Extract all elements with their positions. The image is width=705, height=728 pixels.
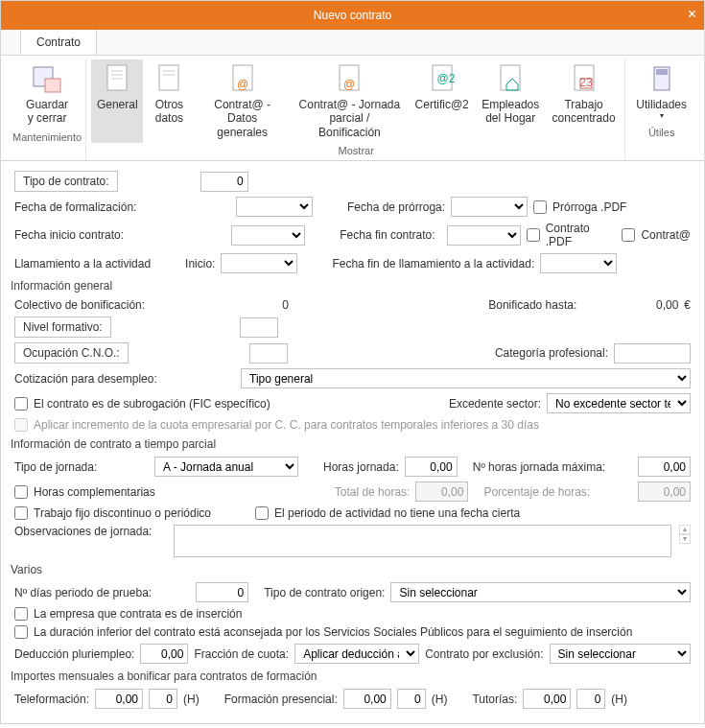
euro-label: € <box>684 298 691 312</box>
spin-up-icon[interactable]: ▴ <box>679 525 691 534</box>
home-icon <box>495 63 526 94</box>
fecha-inicio-input[interactable] <box>231 225 306 246</box>
otros-datos-button[interactable]: Otros datos <box>145 59 193 143</box>
fecha-fin-input[interactable] <box>447 225 522 246</box>
porcentaje-input <box>638 481 691 502</box>
ribbon: Guardar y cerrar Mantenimiento General O… <box>1 56 704 161</box>
colectivo-label: Colectivo de bonificación: <box>14 298 158 312</box>
document-icon <box>153 63 184 94</box>
spin-down-icon[interactable]: ▾ <box>679 534 691 544</box>
observaciones-label: Observaciones de jornada: <box>14 525 168 538</box>
colectivo-value: 0 <box>193 298 289 312</box>
certifica2-button[interactable]: @2Certific@2 <box>410 59 475 143</box>
ocupacion-input[interactable] <box>249 343 288 364</box>
group-label: Mostrar <box>339 143 374 158</box>
categoria-label: Categoría profesional: <box>495 346 608 360</box>
tutorias-importe[interactable] <box>523 689 571 709</box>
teleformacion-importe[interactable] <box>95 689 143 709</box>
svg-rect-15 <box>501 65 520 90</box>
excedente-select[interactable]: No excedente sector tex <box>547 393 691 413</box>
calendar-icon: 23 <box>569 63 599 94</box>
section-varios: Varios <box>11 563 691 576</box>
observaciones-input[interactable] <box>174 525 671 557</box>
cotizacion-label: Cotización para desempleo: <box>14 372 235 386</box>
horas-jornada-input[interactable] <box>405 457 458 477</box>
tutorias-horas[interactable] <box>576 689 605 709</box>
svg-text:@: @ <box>237 78 248 91</box>
tipo-origen-label: Tipo de contrato origen: <box>264 586 385 599</box>
calculator-icon <box>646 63 677 94</box>
ocupacion-label[interactable]: Ocupación C.N.O.: <box>14 342 129 364</box>
fijo-discontinuo-checkbox[interactable]: Trabajo fijo discontinuo o periódico <box>14 506 211 520</box>
empleados-hogar-button[interactable]: Empleados del Hogar <box>476 59 544 143</box>
document-icon <box>102 63 132 94</box>
contrata-jornada-button[interactable]: @Contrat@ - Jornada parcial / Bonificaci… <box>292 59 408 143</box>
inicio-label: Inicio: <box>185 257 215 270</box>
llamamiento-label: Llamamiento a la actividad <box>14 257 151 270</box>
fraccion-select[interactable]: Aplicar deducción a <box>294 644 419 664</box>
contrata-datos-button[interactable]: @Contrat@ - Datos generales <box>195 59 290 143</box>
certificate-icon: @2 <box>427 63 458 94</box>
group-label: Útiles <box>648 125 675 140</box>
dias-prueba-input[interactable] <box>196 582 248 602</box>
fecha-formalizacion-input[interactable] <box>236 197 313 217</box>
teleformacion-label: Teleformación: <box>14 693 89 706</box>
general-button[interactable]: General <box>91 59 143 143</box>
svg-rect-20 <box>656 69 668 75</box>
horas-maxima-input[interactable] <box>638 457 691 477</box>
contrato-pdf-checkbox[interactable]: Contrato .PDF <box>527 222 616 248</box>
teleformacion-horas[interactable] <box>149 689 177 709</box>
document-at-icon: @ <box>334 63 364 94</box>
exclusion-select[interactable]: Sin seleccionar <box>550 644 691 664</box>
utilidades-button[interactable]: Utilidades▾ <box>630 59 693 125</box>
save-close-button[interactable]: Guardar y cerrar <box>20 59 74 129</box>
presencial-horas[interactable] <box>397 689 426 709</box>
titlebar: Nuevo contrato × <box>1 1 704 30</box>
close-icon[interactable]: × <box>688 6 696 23</box>
presencial-label: Formación presencial: <box>224 693 338 706</box>
svg-rect-6 <box>159 65 178 90</box>
subrogacion-checkbox[interactable]: El contrato es de subrogación (FIC espec… <box>14 397 270 411</box>
tipo-jornada-label: Tipo de jornada: <box>14 460 149 474</box>
periodo-actividad-checkbox[interactable]: El periodo de actividad no tiene una fec… <box>255 506 520 520</box>
fecha-inicio-label: Fecha inicio contrato: <box>14 228 153 242</box>
contrata-checkbox[interactable]: Contrat@ <box>622 228 691 242</box>
save-icon <box>32 63 62 94</box>
fecha-prorroga-label: Fecha de prórroga: <box>347 200 445 214</box>
presencial-importe[interactable] <box>343 689 391 709</box>
svg-rect-2 <box>107 65 127 90</box>
total-horas-input <box>415 481 468 502</box>
tipo-contrato-input[interactable] <box>200 172 248 192</box>
fecha-prorroga-input[interactable] <box>451 197 528 217</box>
window-title: Nuevo contrato <box>314 9 391 22</box>
fecha-fin-llamamiento-input[interactable] <box>540 253 617 273</box>
group-label: Mantenimiento <box>12 129 82 145</box>
nivel-formativo-label[interactable]: Nivel formativo: <box>14 317 111 338</box>
excedente-label: Excedente sector: <box>449 397 541 411</box>
tab-contrato[interactable]: Contrato <box>20 29 97 55</box>
duracion-inferior-checkbox[interactable]: La duración inferior del contrato está a… <box>14 625 632 639</box>
incremento-checkbox: Aplicar incremento de la cuota empresari… <box>14 418 539 432</box>
tutorias-label: Tutorías: <box>472 693 517 706</box>
deduccion-input[interactable] <box>140 644 188 664</box>
insercion-checkbox[interactable]: La empresa que contrata es de inserción <box>14 607 242 621</box>
nivel-formativo-input[interactable] <box>240 317 278 338</box>
inicio-input[interactable] <box>221 253 297 273</box>
trabajo-concentrado-button[interactable]: 23Trabajo concentrado <box>547 59 621 143</box>
total-horas-label: Total de horas: <box>335 485 411 499</box>
svg-text:@2: @2 <box>436 72 455 85</box>
svg-text:@: @ <box>343 78 355 91</box>
tipo-jornada-select[interactable]: A - Jornada anual <box>154 457 298 477</box>
prorroga-pdf-checkbox[interactable]: Prórroga .PDF <box>533 200 626 214</box>
fecha-formalizacion-label: Fecha de formalización: <box>14 200 158 214</box>
categoria-input[interactable] <box>614 343 691 364</box>
svg-text:23: 23 <box>579 76 593 89</box>
horas-jornada-label: Horas jornada: <box>323 460 399 474</box>
tipo-contrato-label[interactable]: Tipo de contrato: <box>14 171 118 192</box>
fraccion-label: Fracción de cuota: <box>194 647 289 661</box>
horas-maxima-label: Nº horas jornada máxima: <box>473 460 605 474</box>
cotizacion-select[interactable]: Tipo general <box>241 368 691 388</box>
complementarias-checkbox[interactable]: Horas complementarias <box>14 485 155 499</box>
tipo-origen-select[interactable]: Sin seleccionar <box>390 582 691 602</box>
deduccion-label: Deducción pluriempleo: <box>14 647 134 661</box>
